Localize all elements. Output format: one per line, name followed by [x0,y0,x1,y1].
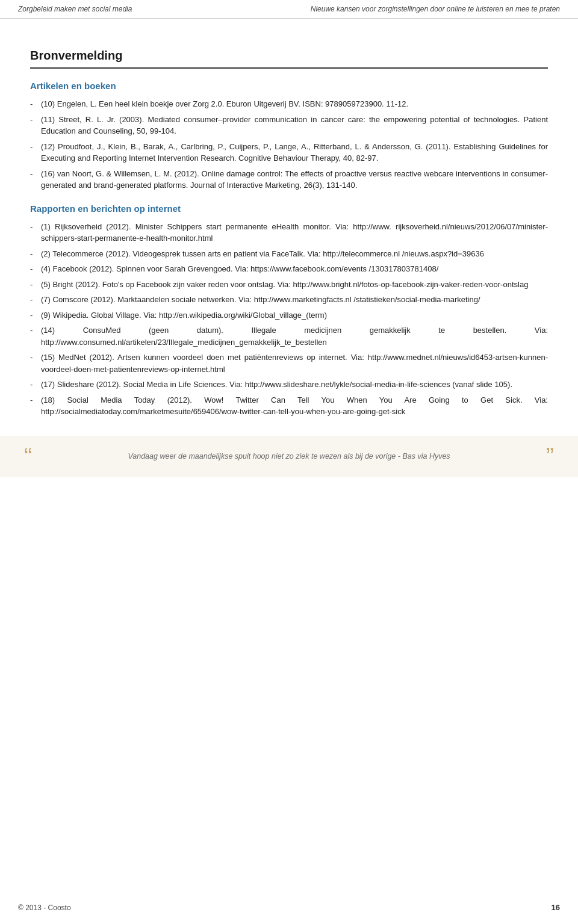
quote-text: Vandaag weer de maandelijkse spuit hoop … [39,452,538,460]
list-dash: - [30,248,41,260]
list-item: -(16) van Noort, G. & Willemsen, L. M. (… [30,168,548,191]
page-footer: © 2013 - Coosto 16 [0,897,578,918]
list-item: -(5) Bright (2012). Foto's op Facebook z… [30,279,548,291]
list-item: -(11) Street, R. L. Jr. (2003). Mediated… [30,114,548,137]
list-item: -(14) ConsuMed (geen datum). Illegale me… [30,324,548,348]
section-rapporten-heading: Rapporten en berichten op internet [30,203,548,214]
footer-page-number: 16 [552,903,560,912]
list-dash: - [30,394,41,418]
header-right-text: Nieuwe kansen voor zorginstellingen door… [311,5,560,13]
list-dash: - [30,263,41,275]
ref-text: (18) Social Media Today (2012). Wow! Twi… [41,394,548,418]
list-dash: - [30,141,41,164]
main-title: Bronvermelding [30,49,548,63]
list-dash: - [30,114,41,137]
footer-copyright: © 2013 - Coosto [18,904,71,912]
list-item: -(7) Comscore (2012). Marktaandelen soci… [30,294,548,306]
page-header: Zorgbeleid maken met social media Nieuwe… [0,0,578,19]
list-item: -(10) Engelen, L. Een heel klein boekje … [30,98,548,110]
list-item: -(4) Facebook (2012). Spinnen voor Sarah… [30,263,548,275]
list-item: -(2) Telecommerce (2012). Videogesprek t… [30,248,548,260]
header-left-text: Zorgbeleid maken met social media [18,5,132,13]
artikelen-list: -(10) Engelen, L. Een heel klein boekje … [30,98,548,191]
list-dash: - [30,98,41,110]
close-quote-mark: ” [546,444,554,468]
ref-text: (11) Street, R. L. Jr. (2003). Mediated … [41,114,548,137]
ref-text: (10) Engelen, L. Een heel klein boekje o… [41,98,548,110]
list-item: -(12) Proudfoot, J., Klein, B., Barak, A… [30,141,548,164]
list-item: -(18) Social Media Today (2012). Wow! Tw… [30,394,548,418]
ref-text: (7) Comscore (2012). Marktaandelen socia… [41,294,548,306]
list-dash: - [30,294,41,306]
ref-text: (15) MedNet (2012). Artsen kunnen voorde… [41,352,548,375]
ref-text: (4) Facebook (2012). Spinnen voor Sarah … [41,263,548,275]
list-dash: - [30,352,41,375]
ref-text: (16) van Noort, G. & Willemsen, L. M. (2… [41,168,548,191]
list-dash: - [30,221,41,244]
ref-text: (17) Slideshare (2012). Social Media in … [41,379,548,391]
list-dash: - [30,309,41,321]
ref-text: (14) ConsuMed (geen datum). Illegale med… [41,324,548,348]
ref-text: (1) Rijksoverheid (2012). Minister Schip… [41,221,548,244]
ref-text: (5) Bright (2012). Foto's op Facebook zi… [41,279,548,291]
title-divider [30,67,548,69]
list-item: -(17) Slideshare (2012). Social Media in… [30,379,548,391]
main-content: Bronvermelding Artikelen en boeken -(10)… [0,19,578,525]
ref-text: (12) Proudfoot, J., Klein, B., Barak, A.… [41,141,548,164]
list-dash: - [30,279,41,291]
open-quote-mark: “ [24,444,32,468]
list-dash: - [30,168,41,191]
ref-text: (9) Wikipedia. Global Village. Via: http… [41,309,548,321]
list-item: -(9) Wikipedia. Global Village. Via: htt… [30,309,548,321]
list-dash: - [30,324,41,348]
section-artikelen-heading: Artikelen en boeken [30,81,548,91]
list-item: -(1) Rijksoverheid (2012). Minister Schi… [30,221,548,244]
rapporten-list: -(1) Rijksoverheid (2012). Minister Schi… [30,221,548,418]
list-dash: - [30,379,41,391]
ref-text: (2) Telecommerce (2012). Videogesprek tu… [41,248,548,260]
list-item: -(15) MedNet (2012). Artsen kunnen voord… [30,352,548,375]
quote-block: “ Vandaag weer de maandelijkse spuit hoo… [0,436,578,477]
